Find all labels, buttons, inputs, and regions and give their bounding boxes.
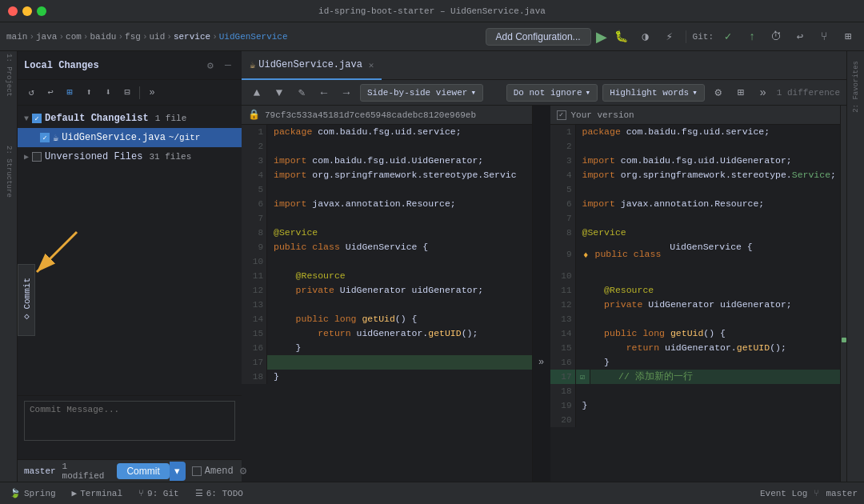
commit-message-input[interactable] (24, 401, 235, 441)
highlight-words-button[interactable]: Highlight words ▾ (602, 84, 705, 102)
prev-diff-icon[interactable]: ▲ (248, 84, 266, 102)
tab-uidgenservice[interactable]: ☕ UidGenService.java ✕ (242, 51, 382, 80)
git-push-icon[interactable]: ↑ (742, 27, 762, 46)
more-options-icon[interactable]: » (143, 84, 161, 102)
right-line-11: 11 @Resource (550, 283, 841, 298)
git-revert-icon[interactable]: ↩ (790, 27, 810, 46)
breadcrumb-java[interactable]: java (36, 32, 57, 42)
file-checkbox[interactable]: ✓ (40, 133, 50, 142)
tab-todo[interactable]: ☰ 6: TODO (192, 488, 246, 498)
move-icon[interactable]: ⬆ (80, 84, 98, 102)
sidebar-item-project[interactable]: 1: Project (0, 51, 18, 99)
right-line-7: 7 (550, 211, 841, 226)
branch-name: master (24, 466, 56, 476)
down-icon[interactable]: ⬇ (99, 84, 117, 102)
amend-checkbox[interactable] (192, 466, 202, 476)
close-button[interactable] (8, 6, 18, 16)
left-line-6: 6 import javax.annotation.Resource; (242, 197, 532, 211)
settings-diff-icon[interactable]: ⚙ (710, 84, 727, 102)
git-branches-icon[interactable]: ⑂ (814, 27, 834, 46)
unversioned-checkbox[interactable] (32, 152, 42, 162)
left-line-10: 10 (242, 254, 532, 269)
edit-icon[interactable]: ✎ (293, 84, 310, 102)
right-scrollbar[interactable] (840, 106, 846, 482)
git-tab-label: 9: Git (147, 489, 179, 498)
more-run-icon[interactable]: ⚡ (660, 27, 679, 46)
left-code-area[interactable]: 1 package com.baidu.fsg.uid.service; 2 3… (242, 125, 532, 482)
chevron-right-icon: ▶ (24, 152, 29, 162)
git-history-icon[interactable]: ⏱ (766, 27, 786, 46)
java-tab-icon: ☕ (250, 59, 255, 71)
event-log-link[interactable]: Event Log (760, 489, 807, 498)
project-label: 1: Project (5, 54, 13, 97)
sidebar-item-structure[interactable]: 2: Structure (0, 147, 18, 195)
left-line-15: 15 return uidGenerator.getUID(); (242, 326, 532, 341)
add-configuration-button[interactable]: Add Configuration... (486, 28, 591, 46)
breadcrumb-main[interactable]: main (6, 32, 27, 42)
right-line-5: 5 (550, 182, 841, 197)
commit-button[interactable]: Commit (117, 463, 169, 479)
commit-diamond-icon: ◇ (22, 312, 32, 322)
breadcrumb-fsg[interactable]: fsg (125, 32, 141, 42)
left-line-1: 1 package com.baidu.fsg.uid.service; (242, 125, 532, 139)
right-line-6: 6 import javax.annotation.Resource; (550, 197, 841, 211)
breadcrumb-uid[interactable]: uid (150, 32, 166, 42)
run-button[interactable]: ▶ (596, 28, 607, 46)
tab-git[interactable]: ⑂ 9: Git (135, 489, 182, 498)
diff-right-header: ✓ Your version (550, 106, 841, 125)
tab-label: UidGenService.java (258, 59, 362, 70)
unversioned-label: Unversioned Files (45, 151, 142, 162)
title-bar: id-spring-boot-starter – UidGenService.j… (0, 0, 864, 22)
next-diff-icon[interactable]: ▼ (270, 84, 288, 102)
file-name: UidGenService.java (62, 132, 166, 143)
refresh-icon[interactable]: ↺ (22, 84, 40, 102)
close-panel-icon[interactable]: — (221, 58, 235, 73)
file-path: ~/gitr (169, 133, 201, 142)
minimize-button[interactable] (22, 6, 32, 16)
changelist-item[interactable]: ▼ ✓ Default Changelist 1 file (18, 109, 242, 128)
tab-terminal[interactable]: ▶ Terminal (69, 488, 126, 498)
forward-icon[interactable]: → (338, 84, 355, 102)
settings-icon[interactable]: ⚙ (203, 58, 218, 73)
breadcrumb-file[interactable]: UidGenService (219, 32, 288, 42)
breadcrumb-com[interactable]: com (66, 32, 82, 42)
diff-gutter: » (533, 106, 550, 482)
your-version-label: Your version (571, 110, 634, 120)
maximize-button[interactable] (37, 6, 46, 16)
commit-side-tab[interactable]: ◇ Commit (18, 264, 35, 336)
right-line-9: 9 ⬧ public class UidGenService { (550, 240, 841, 269)
tab-close-icon[interactable]: ✕ (369, 60, 374, 70)
favorites-label[interactable]: 2: Favorites (852, 61, 860, 113)
debug-icon[interactable]: 🐛 (612, 27, 631, 46)
columns-icon[interactable]: ⊞ (732, 84, 750, 102)
rollback-icon[interactable]: ↩ (42, 84, 59, 102)
right-line-1: 1 package com.baidu.fsg.uid.service; (550, 125, 841, 139)
ignore-mode-select[interactable]: Do not ignore ▾ (506, 84, 598, 102)
breadcrumb-service[interactable]: service (174, 32, 210, 42)
branch-icon: ⑂ (814, 489, 819, 498)
fullscreen-icon[interactable]: ⊞ (838, 27, 858, 46)
more-diff-icon[interactable]: » (754, 84, 772, 102)
diff-right-pane: ✓ Your version 1 package com.baidu.fsg.u… (550, 106, 841, 482)
right-code-area[interactable]: 1 package com.baidu.fsg.uid.service; 2 3… (550, 125, 841, 482)
breadcrumb-baidu[interactable]: baidu (90, 32, 116, 42)
bottom-right-area: Event Log ⑂ master (760, 489, 858, 498)
file-item-uid[interactable]: ✓ ☕ UidGenService.java ~/gitr (18, 128, 242, 147)
right-line-13: 13 (550, 312, 841, 326)
git-update-icon[interactable]: ✓ (718, 27, 738, 46)
viewer-mode-select[interactable]: Side-by-side viewer ▾ (360, 84, 483, 102)
chevron-down-icon: ▼ (24, 114, 29, 123)
tab-spring[interactable]: 🍃 Spring (6, 488, 59, 498)
version-checkbox[interactable]: ✓ (557, 110, 566, 120)
chevron-down-icon2: ▾ (586, 87, 591, 98)
commit-dropdown-button[interactable]: ▾ (170, 462, 186, 481)
group-icon[interactable]: ⊟ (118, 84, 136, 102)
diff-icon[interactable]: ⊞ (61, 84, 78, 102)
line-check-17[interactable]: ☑ (576, 370, 590, 384)
panel-title: Local Changes (24, 60, 200, 71)
back-icon[interactable]: ← (315, 84, 333, 102)
changelist-checkbox[interactable]: ✓ (32, 114, 42, 123)
unversioned-item[interactable]: ▶ Unversioned Files 31 files (18, 147, 242, 166)
left-line-14: 14 public long getUid() { (242, 312, 532, 326)
coverage-icon[interactable]: ◑ (636, 27, 655, 46)
